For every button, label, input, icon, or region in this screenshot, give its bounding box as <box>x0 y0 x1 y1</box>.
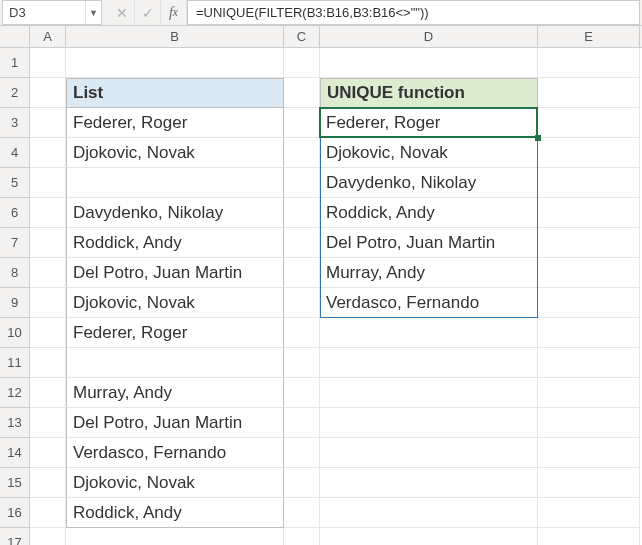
cell-C1[interactable] <box>284 48 320 78</box>
col-header-E[interactable]: E <box>538 26 640 47</box>
cell-A6[interactable] <box>30 198 66 228</box>
cell-C10[interactable] <box>284 318 320 348</box>
cell-D11[interactable] <box>320 348 538 378</box>
row-header-10[interactable]: 10 <box>0 318 30 348</box>
row-header-11[interactable]: 11 <box>0 348 30 378</box>
cell-E16[interactable] <box>538 498 640 528</box>
col-header-D[interactable]: D <box>320 26 538 47</box>
row-header-7[interactable]: 7 <box>0 228 30 258</box>
row-header-8[interactable]: 8 <box>0 258 30 288</box>
cell-D7[interactable]: Del Potro, Juan Martin <box>320 228 538 258</box>
cell-B2[interactable]: List <box>66 78 284 108</box>
cell-A2[interactable] <box>30 78 66 108</box>
cell-B7[interactable]: Roddick, Andy <box>66 228 284 258</box>
cell-E6[interactable] <box>538 198 640 228</box>
cell-A1[interactable] <box>30 48 66 78</box>
name-box-dropdown-icon[interactable]: ▼ <box>85 1 101 24</box>
cell-C16[interactable] <box>284 498 320 528</box>
cell-C5[interactable] <box>284 168 320 198</box>
cell-A4[interactable] <box>30 138 66 168</box>
cell-C7[interactable] <box>284 228 320 258</box>
cell-A17[interactable] <box>30 528 66 545</box>
row-header-5[interactable]: 5 <box>0 168 30 198</box>
cell-B11[interactable] <box>66 348 284 378</box>
cell-A3[interactable] <box>30 108 66 138</box>
cell-A12[interactable] <box>30 378 66 408</box>
row-header-1[interactable]: 1 <box>0 48 30 78</box>
cell-C13[interactable] <box>284 408 320 438</box>
cell-C15[interactable] <box>284 468 320 498</box>
cell-B1[interactable] <box>66 48 284 78</box>
cell-B12[interactable]: Murray, Andy <box>66 378 284 408</box>
cell-B5[interactable] <box>66 168 284 198</box>
cell-B17[interactable] <box>66 528 284 545</box>
cell-B8[interactable]: Del Potro, Juan Martin <box>66 258 284 288</box>
cell-E15[interactable] <box>538 468 640 498</box>
cell-B15[interactable]: Djokovic, Novak <box>66 468 284 498</box>
cell-A16[interactable] <box>30 498 66 528</box>
cell-E8[interactable] <box>538 258 640 288</box>
cell-A11[interactable] <box>30 348 66 378</box>
row-header-9[interactable]: 9 <box>0 288 30 318</box>
cell-D2[interactable]: UNIQUE function <box>320 78 538 108</box>
cell-C3[interactable] <box>284 108 320 138</box>
cell-E3[interactable] <box>538 108 640 138</box>
cell-B6[interactable]: Davydenko, Nikolay <box>66 198 284 228</box>
cell-A7[interactable] <box>30 228 66 258</box>
cell-D9[interactable]: Verdasco, Fernando <box>320 288 538 318</box>
cell-E7[interactable] <box>538 228 640 258</box>
cell-E5[interactable] <box>538 168 640 198</box>
cell-A5[interactable] <box>30 168 66 198</box>
cell-E2[interactable] <box>538 78 640 108</box>
col-header-B[interactable]: B <box>66 26 284 47</box>
name-box[interactable]: D3 ▼ <box>2 0 102 25</box>
cell-A14[interactable] <box>30 438 66 468</box>
cell-D16[interactable] <box>320 498 538 528</box>
cell-C8[interactable] <box>284 258 320 288</box>
col-header-A[interactable]: A <box>30 26 66 47</box>
cell-E1[interactable] <box>538 48 640 78</box>
cell-A10[interactable] <box>30 318 66 348</box>
cell-B13[interactable]: Del Potro, Juan Martin <box>66 408 284 438</box>
cell-A13[interactable] <box>30 408 66 438</box>
cell-C9[interactable] <box>284 288 320 318</box>
cell-A15[interactable] <box>30 468 66 498</box>
cell-C2[interactable] <box>284 78 320 108</box>
cell-E9[interactable] <box>538 288 640 318</box>
cell-E12[interactable] <box>538 378 640 408</box>
cell-D8[interactable]: Murray, Andy <box>320 258 538 288</box>
cell-D5[interactable]: Davydenko, Nikolay <box>320 168 538 198</box>
cell-C12[interactable] <box>284 378 320 408</box>
cell-D4[interactable]: Djokovic, Novak <box>320 138 538 168</box>
cell-B16[interactable]: Roddick, Andy <box>66 498 284 528</box>
cell-E14[interactable] <box>538 438 640 468</box>
cell-D13[interactable] <box>320 408 538 438</box>
cell-D6[interactable]: Roddick, Andy <box>320 198 538 228</box>
cell-E17[interactable] <box>538 528 640 545</box>
row-header-3[interactable]: 3 <box>0 108 30 138</box>
cell-A8[interactable] <box>30 258 66 288</box>
row-header-17[interactable]: 17 <box>0 528 30 545</box>
select-all-corner[interactable] <box>0 26 30 47</box>
formula-input[interactable]: =UNIQUE(FILTER(B3:B16,B3:B16<>"")) <box>187 0 640 25</box>
cell-E11[interactable] <box>538 348 640 378</box>
cell-C6[interactable] <box>284 198 320 228</box>
cell-B3[interactable]: Federer, Roger <box>66 108 284 138</box>
row-header-12[interactable]: 12 <box>0 378 30 408</box>
cell-C14[interactable] <box>284 438 320 468</box>
cell-D15[interactable] <box>320 468 538 498</box>
row-header-14[interactable]: 14 <box>0 438 30 468</box>
cell-E10[interactable] <box>538 318 640 348</box>
cell-C11[interactable] <box>284 348 320 378</box>
cell-C17[interactable] <box>284 528 320 545</box>
cell-B14[interactable]: Verdasco, Fernando <box>66 438 284 468</box>
cell-D1[interactable] <box>320 48 538 78</box>
row-header-4[interactable]: 4 <box>0 138 30 168</box>
cell-A9[interactable] <box>30 288 66 318</box>
fill-handle[interactable] <box>535 135 541 141</box>
cell-C4[interactable] <box>284 138 320 168</box>
fx-icon[interactable]: fx <box>161 0 187 25</box>
row-header-6[interactable]: 6 <box>0 198 30 228</box>
cell-E13[interactable] <box>538 408 640 438</box>
cell-D14[interactable] <box>320 438 538 468</box>
